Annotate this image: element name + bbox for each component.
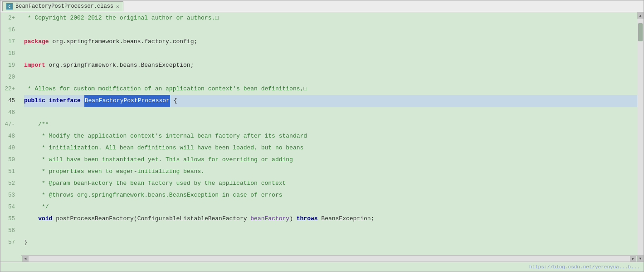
line-number: 22+: [0, 83, 18, 95]
token-kw-public: public: [24, 95, 45, 107]
token-kw-import: import: [24, 59, 45, 71]
tab-title: BeanFactoryPostProcessor.class: [15, 3, 113, 10]
token-normal: postProcessBeanFactory(ConfigurableLista…: [52, 213, 250, 225]
code-line: [24, 225, 637, 237]
code-line: * Modify the application context's inter…: [24, 130, 637, 142]
code-line: * @throws org.springframework.beans.Bean…: [24, 189, 637, 201]
editor-tab[interactable]: C BeanFactoryPostProcessor.class ✕: [2, 1, 123, 11]
line-number: 17: [0, 36, 18, 48]
line-number: 53: [0, 189, 18, 201]
token-comment: * properties even to eager-initializing …: [24, 166, 205, 178]
line-number: 46: [0, 107, 18, 119]
line-number: 2+: [0, 12, 18, 24]
line-number: 20: [0, 71, 18, 83]
token-comment: □: [215, 12, 219, 24]
token-comment: * @throws org.springframework.beans.Bean…: [24, 189, 283, 201]
token-normal: org.springframework.beans.BeansException…: [45, 59, 194, 71]
code-area: * Copyright 2002-2012 the original autho…: [21, 12, 637, 255]
status-bar: https://blog.csdn.net/yerenyua... b...: [0, 262, 644, 272]
scroll-thumb[interactable]: [638, 23, 643, 41]
token-param-name: beanFactory: [250, 213, 289, 225]
code-line: [24, 107, 637, 119]
line-number: 18: [0, 48, 18, 59]
token-normal: [45, 95, 49, 107]
code-line: [24, 48, 637, 59]
line-number: 49: [0, 142, 18, 154]
scroll-down-arrow[interactable]: ▼: [637, 255, 644, 262]
token-comment: □: [303, 83, 307, 95]
code-line: }: [24, 237, 637, 248]
token-comment: * Copyright 2002-2012 the original autho…: [24, 12, 215, 24]
vertical-scrollbar[interactable]: ▲ ▼: [637, 12, 644, 262]
token-comment: * @param beanFactory the bean factory us…: [24, 178, 286, 189]
line-number: 47-: [0, 119, 18, 130]
token-class-highlight: BeanFactoryPostProcessor: [84, 95, 170, 107]
line-number: 55: [0, 213, 18, 225]
line-number: 52: [0, 178, 18, 189]
code-line: * properties even to eager-initializing …: [24, 166, 637, 178]
line-number: 19: [0, 59, 18, 71]
code-line: * initialization. All bean definitions w…: [24, 142, 637, 154]
scroll-left-arrow[interactable]: ◀: [22, 256, 29, 262]
code-line: * @param beanFactory the bean factory us…: [24, 178, 637, 189]
token-kw-package: package: [24, 36, 49, 48]
token-comment: * initialization. All bean definitions w…: [24, 142, 303, 154]
line-number: 48: [0, 130, 18, 142]
editor-body: 2+161718192022+454647-484950515253545556…: [0, 12, 644, 262]
watermark-text: https://blog.csdn.net/yerenyua...: [529, 264, 628, 270]
token-comment: * will have been instantiated yet. This …: [24, 154, 293, 166]
tab-icon: C: [6, 3, 13, 10]
code-line: [24, 24, 637, 36]
code-line: * Copyright 2002-2012 the original autho…: [24, 12, 637, 24]
code-line: public interface BeanFactoryPostProcesso…: [24, 95, 637, 107]
code-line: [24, 71, 637, 83]
token-normal: }: [24, 237, 28, 248]
line-numbers: 2+161718192022+454647-484950515253545556…: [0, 12, 21, 262]
line-number: 16: [0, 24, 18, 36]
scroll-right-arrow[interactable]: ▶: [630, 256, 636, 262]
code-line: import org.springframework.beans.BeansEx…: [24, 59, 637, 71]
token-normal: BeansException;: [318, 213, 375, 225]
code-line: * will have been instantiated yet. This …: [24, 154, 637, 166]
token-normal: [81, 95, 84, 107]
line-number: 50: [0, 154, 18, 166]
line-number: 51: [0, 166, 18, 178]
code-line: package org.springframework.beans.factor…: [24, 36, 637, 48]
token-comment: * Modify the application context's inter…: [24, 130, 307, 142]
tab-bar: C BeanFactoryPostProcessor.class ✕: [0, 0, 644, 12]
token-kw-throws: throws: [297, 213, 318, 225]
tab-close-button[interactable]: ✕: [116, 4, 119, 10]
watermark-suffix: b...: [628, 264, 640, 270]
content-wrapper: * Copyright 2002-2012 the original autho…: [21, 12, 637, 262]
token-kw-interface: interface: [49, 95, 81, 107]
line-number: 57: [0, 237, 18, 248]
line-number: 56: [0, 225, 18, 237]
line-number: 45: [0, 95, 18, 107]
token-kw-void: void: [38, 213, 52, 225]
token-normal: org.springframework.beans.factory.config…: [49, 36, 198, 48]
line-number: 54: [0, 201, 18, 213]
code-line: /**: [24, 119, 637, 130]
token-comment: /**: [24, 119, 49, 130]
token-comment: */: [24, 201, 49, 213]
token-normal: {: [170, 95, 177, 107]
scroll-up-arrow[interactable]: ▲: [637, 12, 644, 19]
code-line: */: [24, 201, 637, 213]
scroll-track-vertical: [637, 19, 644, 255]
token-normal: [24, 213, 38, 225]
token-normal: ): [289, 213, 297, 225]
horizontal-scrollbar[interactable]: ◀ ▶: [21, 255, 637, 262]
token-comment: * Allows for custom modification of an a…: [24, 83, 303, 95]
editor-window: C BeanFactoryPostProcessor.class ✕ 2+161…: [0, 0, 644, 272]
code-line: * Allows for custom modification of an a…: [24, 83, 637, 95]
scroll-track-horizontal: [29, 256, 630, 262]
code-line: void postProcessBeanFactory(Configurable…: [24, 213, 637, 225]
